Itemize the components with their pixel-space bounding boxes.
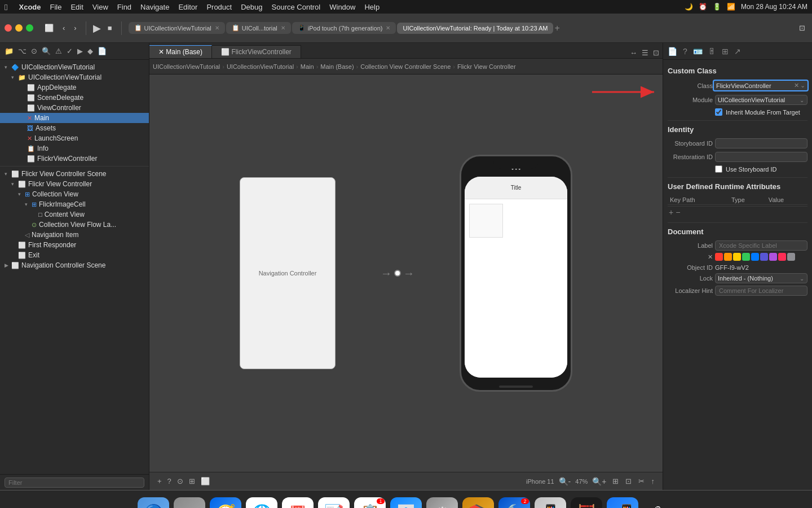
nav-forward-button[interactable]: › bbox=[72, 23, 78, 33]
tree-launchscreen[interactable]: ▾ ✕ LaunchScreen bbox=[0, 133, 149, 143]
dock-notes[interactable]: 📝 bbox=[318, 497, 350, 509]
help-btn[interactable]: ? bbox=[166, 476, 173, 487]
breadcrumb-main-base[interactable]: Main (Base) bbox=[320, 63, 354, 70]
storyboard-id-input[interactable] bbox=[715, 138, 807, 148]
tree-scenedelegate[interactable]: ▾ ⬜ SceneDelegate bbox=[0, 93, 149, 103]
menu-view[interactable]: View bbox=[92, 3, 108, 11]
tree-flickr-cell[interactable]: ▾ ⊞ FlickrImageCell bbox=[0, 199, 149, 209]
tree-nav-item[interactable]: ▾ ◁ Navigation Item bbox=[0, 230, 149, 240]
localizer-hint-input[interactable] bbox=[715, 286, 807, 296]
dock-reminders[interactable]: 📋 1 bbox=[354, 497, 386, 509]
navigator-test-icon[interactable]: ✓ bbox=[65, 46, 74, 56]
sidebar-toggle-button[interactable]: ⬜ bbox=[42, 23, 56, 33]
dropdown-icon[interactable]: ⌄ bbox=[800, 82, 805, 89]
dock-trash[interactable]: 🗑 bbox=[643, 497, 674, 509]
navigator-find-icon[interactable]: 🔍 bbox=[41, 46, 52, 56]
tab-add-button[interactable]: + bbox=[554, 23, 559, 33]
attributes-inspector-btn[interactable]: 🎚 bbox=[706, 46, 718, 57]
export-btn[interactable]: ↑ bbox=[650, 476, 656, 487]
crop-btn[interactable]: ✂ bbox=[637, 476, 646, 487]
lock-select[interactable]: Inherited - (Nothing) bbox=[715, 273, 807, 283]
dock-books[interactable]: 📚 bbox=[462, 497, 494, 509]
close-button[interactable] bbox=[5, 24, 12, 32]
tab-uicoll-close-icon[interactable]: ✕ bbox=[281, 25, 285, 31]
tree-flow-layout[interactable]: ▾ ⊙ Collection View Flow La... bbox=[0, 220, 149, 230]
tree-flickr[interactable]: ▾ ⬜ FlickrViewController bbox=[0, 154, 149, 164]
dock-calendar[interactable]: 📅 28 bbox=[282, 497, 314, 509]
inherit-module-checkbox[interactable] bbox=[715, 108, 722, 116]
navigator-issue-icon[interactable]: ⚠ bbox=[54, 46, 63, 56]
menu-navigate[interactable]: Navigate bbox=[140, 3, 169, 11]
breadcrumb-flickr-vc[interactable]: Flickr View Controller bbox=[457, 63, 516, 70]
navigator-vcs-icon[interactable]: ⌥ bbox=[17, 46, 28, 56]
maximize-button[interactable] bbox=[26, 24, 33, 32]
grid-btn[interactable]: ⊞ bbox=[188, 476, 196, 487]
dock-finder[interactable]: 🔵 bbox=[138, 497, 169, 509]
swatch-purple[interactable] bbox=[760, 253, 768, 261]
tab-uicoll[interactable]: 📋 UIColl...torial ✕ bbox=[226, 22, 291, 34]
tree-assets[interactable]: ▾ 🖼 Assets bbox=[0, 123, 149, 133]
frame-btn[interactable]: ⬜ bbox=[200, 476, 211, 487]
navigator-debug-icon[interactable]: ▶ bbox=[76, 46, 84, 56]
nav-back-button[interactable]: ‹ bbox=[60, 23, 67, 33]
swatch-violet[interactable] bbox=[769, 253, 777, 261]
quick-help-btn[interactable]: ? bbox=[681, 46, 690, 57]
tab-flickr-vc[interactable]: ⬜ FlickrViewController bbox=[212, 45, 301, 58]
tab-device-close-icon[interactable]: ✕ bbox=[386, 25, 390, 31]
dock-xcode[interactable]: 🔨 2 bbox=[498, 497, 530, 509]
menu-find[interactable]: Find bbox=[117, 3, 131, 11]
clear-icon[interactable]: ✕ bbox=[794, 82, 799, 89]
navigator-symbol-icon[interactable]: ⊙ bbox=[30, 46, 38, 56]
label-input[interactable] bbox=[715, 240, 807, 251]
dock-calculator[interactable]: 🧮 bbox=[571, 497, 602, 509]
navigator-filter-input[interactable] bbox=[5, 478, 144, 488]
breadcrumb-project[interactable]: UICollectionViewTutorial bbox=[153, 63, 220, 70]
menu-product[interactable]: Product bbox=[206, 3, 232, 11]
menu-editor[interactable]: Editor bbox=[178, 3, 197, 11]
stop-button[interactable]: ■ bbox=[105, 23, 114, 33]
size-inspector-btn[interactable]: ⊞ bbox=[720, 46, 731, 57]
swatch-green[interactable] bbox=[742, 253, 750, 261]
tree-project-root[interactable]: ▾ 🔷 UICollectionViewTutorial bbox=[0, 62, 149, 72]
dock-chrome[interactable]: 🌐 bbox=[246, 497, 277, 509]
tree-main[interactable]: ▾ ✕ Main bbox=[0, 113, 149, 123]
file-inspector-btn[interactable]: 📄 bbox=[665, 46, 679, 57]
use-storyboard-id-checkbox[interactable] bbox=[715, 165, 722, 173]
breadcrumb-group[interactable]: UICollectionViewTutorial bbox=[227, 63, 294, 70]
class-input-wrapper[interactable]: ✕ ⌄ bbox=[713, 80, 809, 91]
restoration-id-input[interactable] bbox=[715, 152, 807, 162]
navigator-breakpoint-icon[interactable]: ◆ bbox=[86, 46, 94, 56]
menu-help[interactable]: Help bbox=[364, 3, 379, 11]
split-editor-button[interactable]: ⊡ bbox=[797, 23, 807, 33]
storyboard-canvas[interactable]: Navigation Controller → → ● ● ● bbox=[149, 75, 663, 472]
class-input[interactable] bbox=[716, 82, 794, 89]
tab-close-icon[interactable]: ✕ bbox=[215, 25, 219, 31]
dock-appstore[interactable]: 🅰 bbox=[390, 497, 422, 509]
swatch-gray[interactable] bbox=[787, 253, 795, 261]
breadcrumb-scene[interactable]: Collection View Controller Scene bbox=[360, 63, 451, 70]
dock-systemprefs[interactable]: ⚙ bbox=[426, 497, 458, 509]
zoom-in-btn[interactable]: 🔍+ bbox=[592, 477, 606, 486]
tab-project[interactable]: 📋 UICollectionViewTutorial ✕ bbox=[129, 22, 225, 34]
swatch-red[interactable] bbox=[715, 253, 723, 261]
dock-launchpad[interactable]: ⊞ bbox=[174, 497, 205, 509]
menu-xcode[interactable]: Xcode bbox=[19, 3, 41, 11]
run-button[interactable]: ▶ bbox=[93, 22, 101, 34]
tab-device[interactable]: 📱 iPod touch (7th generation) ✕ bbox=[292, 22, 396, 34]
runtime-remove-btn[interactable]: − bbox=[676, 208, 680, 217]
tree-content-view[interactable]: ▾ □ Content View bbox=[0, 209, 149, 220]
tree-first-responder[interactable]: ▾ ⬜ First Responder bbox=[0, 240, 149, 250]
tree-flickr-scene[interactable]: ▾ ⬜ Flickr View Controller Scene bbox=[0, 169, 149, 179]
tree-group[interactable]: ▾ 📁 UICollectionViewTutorial bbox=[0, 72, 149, 82]
runtime-add-btn[interactable]: + bbox=[669, 208, 673, 217]
editor-split-icon[interactable]: ⊡ bbox=[652, 47, 660, 58]
menu-window[interactable]: Window bbox=[329, 3, 355, 11]
swatch-yellow[interactable] bbox=[733, 253, 741, 261]
tree-nav-controller-scene[interactable]: ▶ ⬜ Navigation Controller Scene bbox=[0, 260, 149, 270]
menu-edit[interactable]: Edit bbox=[70, 3, 83, 11]
fit-button[interactable]: ⊞ bbox=[611, 476, 620, 487]
tab-main-base[interactable]: ✕ Main (Base) bbox=[149, 45, 212, 58]
identity-inspector-btn[interactable]: 🪪 bbox=[691, 46, 705, 57]
tree-collection-view[interactable]: ▾ ⊞ Collection View bbox=[0, 189, 149, 199]
swatch-orange[interactable] bbox=[724, 253, 732, 261]
